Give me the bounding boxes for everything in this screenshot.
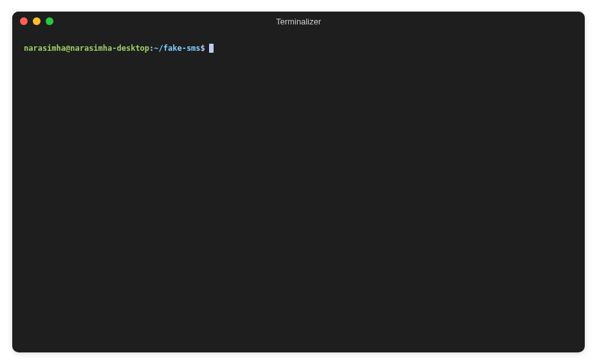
traffic-lights — [20, 17, 53, 25]
prompt-user-host: narasimha@narasimha-desktop — [24, 42, 149, 54]
terminal-body[interactable]: narasimha@narasimha-desktop:~/fake-sms$ — [12, 31, 585, 352]
prompt-path: ~/fake-sms — [154, 42, 200, 54]
minimize-icon[interactable] — [33, 17, 41, 25]
titlebar: Terminalizer — [12, 12, 585, 31]
prompt-dollar: $ — [201, 42, 205, 54]
terminal-window: Terminalizer narasimha@narasimha-desktop… — [12, 12, 585, 352]
window-title: Terminalizer — [12, 17, 585, 26]
maximize-icon[interactable] — [46, 17, 53, 25]
prompt-colon: : — [149, 42, 154, 54]
cursor-icon — [209, 44, 214, 53]
close-icon[interactable] — [20, 17, 28, 25]
prompt-line: narasimha@narasimha-desktop:~/fake-sms$ — [24, 42, 573, 54]
